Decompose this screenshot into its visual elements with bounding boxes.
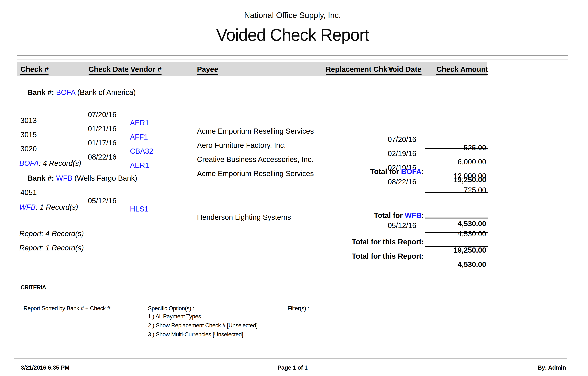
report-total-rule-middle (425, 232, 488, 233)
record-count-text: : 1 Record(s) (36, 203, 78, 211)
subtotal-row-wfb: WFB: 1 Record(s) Total for WFB: 4,530.00 (0, 195, 588, 204)
page-title: Voided Check Report (17, 25, 568, 45)
subtotal-row-bofa: BOFA: 4 Record(s) Total for BOFA: 19,250… (0, 151, 588, 160)
total-for-text: Total for (370, 167, 401, 176)
cell-vendor-no-link[interactable]: HLS1 (130, 205, 148, 213)
bank-code-bofa: BOFA (401, 167, 422, 176)
table-row: 3015 01/17/16 CBA32 Creative Business Ac… (0, 122, 588, 132)
group-record-count: WFB: 1 Record(s) (19, 203, 78, 211)
cell-payee: Henderson Lighting Systems (197, 213, 291, 221)
report-total-row: Report: 4 Record(s) Total for this Repor… (0, 221, 588, 231)
bank-code-wfb: WFB (405, 211, 422, 219)
report-record-count: Report: 1 Record(s) (19, 244, 84, 252)
header-rule-dark (17, 55, 568, 56)
colon: : (422, 211, 424, 219)
footer-page-number: Page 1 of 1 (17, 364, 568, 371)
subtotal-label: Total for WFB: (374, 211, 424, 219)
criteria-heading: CRITERIA (21, 284, 46, 291)
subtotal-rule-bofa (425, 148, 488, 149)
report-total-row: Report: 1 Record(s) Total for this Repor… (0, 236, 588, 245)
table-row: 07/20/16 AER1 Acme Emporium Reselling Se… (0, 94, 588, 104)
total-for-text: Total for (374, 211, 405, 219)
criteria-option-3: 3.) Show Multi-Currencies [Unselected] (148, 331, 243, 338)
table-row: 3020 08/22/16 AER1 Acme Emporium Reselli… (0, 136, 588, 146)
colon: : (422, 167, 424, 176)
column-header-check-amount: Check Amount (436, 65, 488, 75)
report-total-label: Total for this Report: (352, 252, 424, 260)
subtotal-rule-wfb (425, 192, 488, 193)
criteria-option-1: 1.) All Payment Types (148, 313, 201, 320)
report-total-amount: 4,530.00 (423, 260, 486, 269)
criteria-sorted-by: Report Sorted by Bank # + Check # (23, 305, 110, 312)
header-rule-light (17, 59, 568, 60)
criteria-option-2: 2.) Show Replacement Check # [Unselected… (148, 322, 257, 329)
footer-user: By: Admin (538, 364, 566, 371)
bank-code-wfb: WFB (19, 203, 36, 211)
subtotal-label: Total for BOFA: (370, 167, 424, 176)
table-row: 4051 05/12/16 HLS1 Henderson Lighting Sy… (0, 180, 588, 190)
company-name: National Office Supply, Inc. (17, 11, 568, 20)
report-total-rule-top (425, 218, 488, 219)
criteria-filters-label: Filter(s) : (288, 305, 309, 312)
cell-payee: Acme Emporium Reselling Services (197, 169, 314, 178)
column-header-void-date: Void Date (388, 65, 422, 75)
column-header-vendor-no: Vendor # (130, 65, 161, 75)
column-header-check-no: Check # (20, 65, 49, 75)
voided-check-report-page: National Office Supply, Inc. Voided Chec… (0, 0, 588, 376)
column-header-payee: Payee (197, 65, 218, 75)
table-row: 3013 01/21/16 AFF1 Aero Furniture Factor… (0, 108, 588, 118)
report-total-rule-bottom (425, 246, 488, 247)
column-header-check-date: Check Date (89, 65, 129, 75)
column-header-replacement-chk: Replacement Chk # (326, 65, 393, 75)
footer-rule (14, 358, 567, 359)
report-total-amount: 19,250.00 (423, 246, 486, 254)
criteria-options-label: Specific Option(s) : (148, 305, 194, 312)
